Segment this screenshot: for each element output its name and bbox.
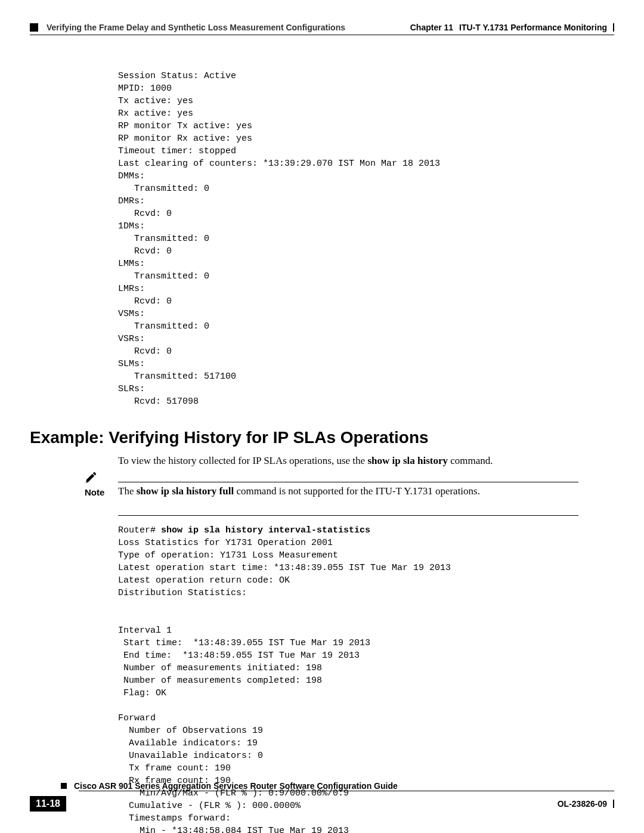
note-command: show ip sla history full — [137, 485, 234, 497]
session-output-block: Session Status: Active MPID: 1000 Tx act… — [118, 70, 614, 408]
header-separator-icon — [613, 23, 614, 32]
example-heading: Example: Verifying History for IP SLAs O… — [30, 428, 614, 447]
note-block: Note The show ip sla history full comman… — [85, 482, 578, 516]
note-top-rule — [118, 482, 578, 482]
page-footer: Cisco ASR 901 Series Aggregation Service… — [30, 781, 614, 812]
note-post: command is not supported for the ITU-T Y… — [234, 485, 480, 497]
header-rule — [30, 35, 614, 35]
note-pre: The — [118, 485, 137, 497]
cmd-bold: show ip sla history interval-statistics — [161, 525, 370, 535]
page-number: 11-18 — [30, 796, 66, 812]
footer-separator-icon — [613, 800, 614, 808]
page-header: Verifying the Frame Delay and Synthetic … — [30, 23, 614, 32]
note-bottom-rule — [118, 515, 578, 516]
doc-id: OL-23826-09 — [558, 799, 607, 809]
para-command: show ip sla history — [367, 455, 448, 466]
footer-guide-title: Cisco ASR 901 Series Aggregation Service… — [74, 781, 398, 791]
note-text: The show ip sla history full command is … — [118, 485, 578, 498]
pencil-icon — [85, 470, 98, 484]
chapter-title: ITU-T Y.1731 Performance Monitoring — [459, 23, 607, 32]
note-label: Note — [85, 487, 109, 497]
cmd-prompt: Router# — [118, 525, 161, 535]
header-square-icon — [30, 23, 38, 32]
footer-square-icon — [61, 783, 67, 789]
intro-paragraph: To view the history collected for IP SLA… — [118, 454, 614, 467]
section-title: Verifying the Frame Delay and Synthetic … — [47, 23, 345, 32]
para-pre: To view the history collected for IP SLA… — [118, 455, 367, 466]
chapter-label: Chapter 11 — [410, 23, 453, 32]
para-post: command. — [448, 455, 493, 466]
footer-rule — [79, 791, 614, 791]
